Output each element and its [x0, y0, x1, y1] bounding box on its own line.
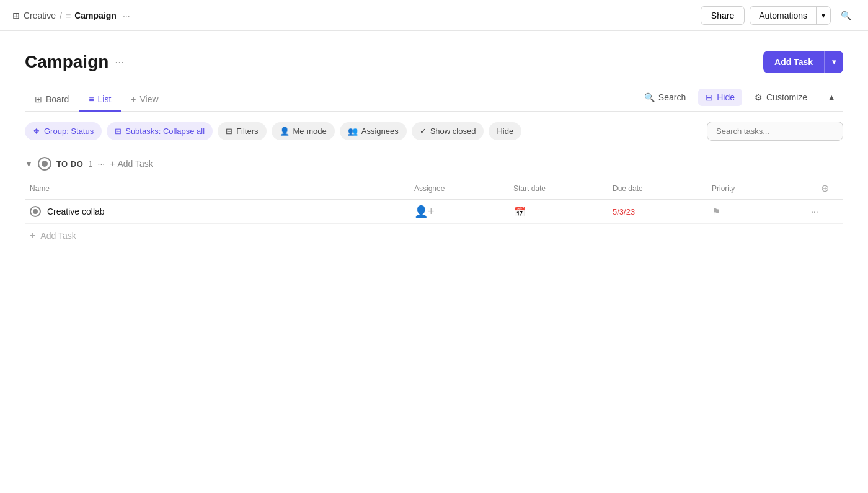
group-more-btn[interactable]: ··· — [98, 159, 105, 169]
table-row: Creative collab 👤+ 📅 5/3/23 ⚑ ··· — [25, 200, 843, 224]
col-assignee-label: Assignee — [414, 184, 445, 193]
tab-list-label: List — [98, 94, 112, 104]
breadcrumb: ⊞ Creative / ≡ Campaign ··· — [12, 11, 130, 20]
task-name-cell: Creative collab — [25, 206, 409, 217]
column-headers: Name Assignee Start date Due date Priori… — [25, 177, 843, 200]
add-task-row[interactable]: + Add Task — [25, 224, 843, 247]
search-tab-action[interactable]: 🔍 Search — [637, 89, 693, 106]
page-title: Campaign — [25, 52, 108, 72]
filter-group-status-label: Group: Status — [44, 127, 94, 136]
col-header-priority: Priority — [707, 182, 806, 194]
breadcrumb-campaign[interactable]: ≡ Campaign — [66, 11, 117, 20]
task-group-todo: ▼ TO DO 1 ··· + Add Task Name Assignee S… — [25, 151, 843, 247]
tab-add-view[interactable]: + View — [121, 88, 168, 112]
collapse-tab-action[interactable]: ▲ — [820, 89, 843, 106]
breadcrumb-creative-label: Creative — [24, 11, 56, 20]
tabs-right: 🔍 Search ⊟ Hide ⚙ Customize ▲ — [637, 89, 843, 111]
breadcrumb-separator: / — [60, 11, 62, 20]
breadcrumb-campaign-label: Campaign — [74, 11, 117, 20]
me-mode-icon: 👤 — [280, 127, 290, 136]
add-task-row-label: Add Task — [40, 231, 76, 241]
group-add-plus-icon: + — [110, 159, 115, 169]
col-header-start-date: Start date — [508, 182, 608, 194]
topnav-search-icon: 🔍 — [841, 11, 851, 20]
squares-icon: ⊞ — [12, 11, 20, 20]
group-header-todo: ▼ TO DO 1 ··· + Add Task — [25, 151, 843, 177]
group-label-todo: TO DO — [56, 159, 83, 169]
filter-assignees[interactable]: 👥 Assignees — [340, 122, 407, 140]
priority-flag-icon[interactable]: ⚑ — [712, 206, 720, 218]
customize-tab-action[interactable]: ⚙ Customize — [747, 89, 815, 106]
filter-hide[interactable]: Hide — [489, 122, 521, 140]
task-status-inner — [33, 209, 38, 214]
tab-board-label: Board — [46, 94, 69, 104]
filter-show-closed-label: Show closed — [430, 127, 476, 136]
filters-row: ❖ Group: Status ⊞ Subtasks: Collapse all… — [25, 122, 843, 141]
topnav-search-button[interactable]: 🔍 — [836, 6, 856, 25]
task-more-btn[interactable]: ··· — [811, 207, 818, 216]
col-header-due-date: Due date — [608, 182, 707, 194]
list-tab-icon: ≡ — [89, 94, 94, 104]
search-tasks-input[interactable] — [707, 122, 843, 141]
share-button[interactable]: Share — [701, 6, 745, 25]
top-nav: ⊞ Creative / ≡ Campaign ··· Share Automa… — [0, 0, 868, 31]
task-name[interactable]: Creative collab — [47, 207, 105, 216]
task-assignee-cell: 👤+ — [409, 205, 508, 218]
filter-show-closed[interactable]: ✓ Show closed — [412, 122, 484, 140]
collapse-chevron-icon: ▲ — [827, 92, 836, 102]
topnav-more-btn[interactable]: ··· — [123, 11, 130, 20]
group-status-icon: ❖ — [33, 127, 40, 136]
group-add-task-label: Add Task — [117, 159, 153, 169]
page-content: Campaign ··· Add Task ▾ ⊞ Board ≡ List +… — [0, 31, 868, 247]
start-date-btn[interactable]: 📅 — [513, 206, 526, 218]
filter-assignees-label: Assignees — [361, 127, 399, 136]
board-icon: ⊞ — [35, 94, 42, 104]
customize-tab-icon: ⚙ — [755, 92, 763, 102]
page-title-more-btn[interactable]: ··· — [115, 56, 124, 69]
show-closed-icon: ✓ — [420, 127, 427, 136]
plus-icon: + — [131, 94, 136, 104]
list-icon: ≡ — [66, 11, 71, 20]
tabs-left: ⊞ Board ≡ List + View — [25, 88, 169, 111]
group-status-inner — [42, 161, 48, 167]
col-name-label: Name — [30, 184, 50, 193]
page-title-row: Campaign ··· Add Task ▾ — [25, 51, 843, 73]
group-status-icon — [38, 157, 51, 171]
filter-filters[interactable]: ⊟ Filters — [218, 122, 266, 140]
automations-button[interactable]: Automations ▾ — [750, 6, 831, 25]
filters-icon: ⊟ — [226, 127, 232, 136]
filter-me-mode[interactable]: 👤 Me mode — [272, 122, 335, 140]
breadcrumb-creative[interactable]: ⊞ Creative — [12, 11, 56, 20]
filter-me-mode-label: Me mode — [293, 127, 327, 136]
hide-tab-label: Hide — [717, 92, 735, 102]
automations-label: Automations — [750, 7, 816, 24]
add-task-button[interactable]: Add Task ▾ — [763, 51, 843, 73]
assignees-icon: 👥 — [348, 127, 358, 136]
task-priority-cell: ⚑ — [707, 206, 806, 218]
hide-tab-icon: ⊟ — [706, 92, 713, 102]
group-toggle-btn[interactable]: ▼ — [25, 159, 33, 169]
topnav-actions: Share Automations ▾ 🔍 — [701, 6, 856, 25]
search-tab-label: Search — [658, 92, 686, 102]
subtasks-icon: ⊞ — [115, 127, 122, 136]
tabs-row: ⊞ Board ≡ List + View 🔍 Search ⊟ Hide ⚙ — [25, 88, 843, 112]
col-header-add-btn[interactable]: ⊕ — [806, 182, 843, 194]
add-task-label: Add Task — [763, 51, 824, 73]
hide-tab-action[interactable]: ⊟ Hide — [698, 89, 742, 106]
col-due-date-label: Due date — [613, 184, 643, 193]
filter-filters-label: Filters — [236, 127, 258, 136]
tab-board[interactable]: ⊞ Board — [25, 88, 79, 112]
filter-subtasks-label: Subtasks: Collapse all — [125, 127, 205, 136]
tab-list[interactable]: ≡ List — [79, 88, 121, 112]
group-add-task-btn[interactable]: + Add Task — [110, 159, 153, 169]
filter-group-status[interactable]: ❖ Group: Status — [25, 122, 102, 140]
automations-chevron-icon: ▾ — [816, 7, 830, 24]
task-status-icon[interactable] — [30, 206, 41, 217]
filter-hide-label: Hide — [497, 127, 513, 136]
filter-subtasks[interactable]: ⊞ Subtasks: Collapse all — [107, 122, 213, 140]
add-task-chevron-icon: ▾ — [824, 51, 843, 73]
assignee-add-btn[interactable]: 👤+ — [414, 205, 435, 218]
task-more-cell: ··· — [806, 207, 843, 216]
col-header-assignee: Assignee — [409, 182, 508, 194]
task-due-date[interactable]: 5/3/23 — [613, 207, 635, 216]
